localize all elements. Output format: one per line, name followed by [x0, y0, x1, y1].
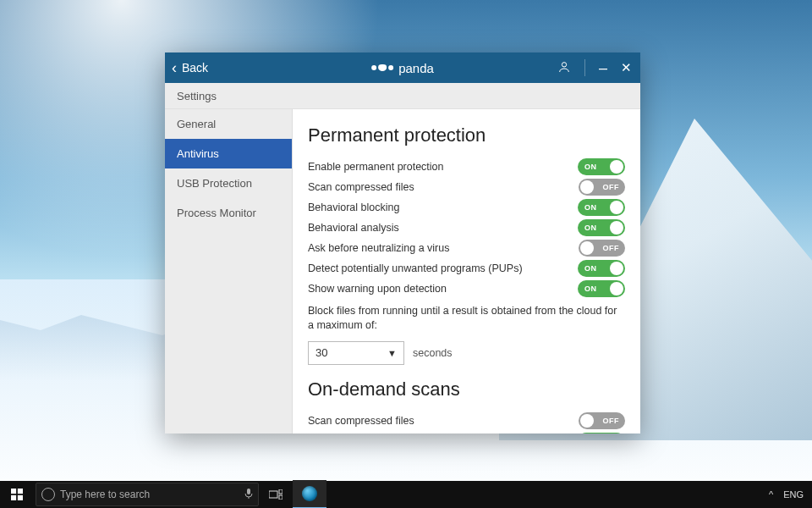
sidebar-item-label: Antivirus: [177, 147, 219, 160]
chevron-left-icon: ‹: [172, 60, 177, 75]
block-timeout-dropdown[interactable]: 30 ▼: [308, 341, 404, 365]
back-label: Back: [182, 61, 208, 75]
taskbar: Type here to search ^ ENG: [0, 481, 812, 508]
tray-chevron-up-icon[interactable]: ^: [769, 489, 773, 500]
sidebar-item-antivirus[interactable]: Antivirus: [165, 139, 292, 168]
row-behavioral-blocking: Behavioral blocking ON: [308, 197, 625, 218]
dropdown-unit: seconds: [413, 347, 453, 359]
row-od-detect-pups: Detect potentially unwanted programs (PU…: [308, 431, 625, 433]
toggle-od-detect-pups[interactable]: ON: [578, 433, 625, 433]
block-files-text: Block files from running until a result …: [308, 304, 625, 333]
dropdown-value: 30: [315, 346, 327, 359]
row-label: Scan compressed files: [308, 415, 414, 427]
section-title-permanent: Permanent protection: [308, 124, 625, 146]
row-label: Show warning upon detection: [308, 283, 447, 295]
sidebar: General Antivirus USB Protection Process…: [165, 109, 293, 433]
svg-point-0: [562, 62, 566, 66]
back-button[interactable]: ‹ Back: [172, 60, 208, 75]
block-timeout-row: 30 ▼ seconds: [308, 341, 625, 365]
panda-logo-icon: [371, 64, 393, 71]
breadcrumb: Settings: [165, 83, 640, 109]
search-placeholder: Type here to search: [60, 489, 150, 500]
row-label: Behavioral blocking: [308, 202, 399, 213]
sidebar-item-label: USB Protection: [177, 177, 252, 190]
svg-rect-2: [18, 489, 23, 494]
row-enable-permanent-protection: Enable permanent protection ON: [308, 157, 625, 177]
windows-icon: [11, 489, 23, 500]
sidebar-item-label: Process Monitor: [177, 207, 256, 219]
svg-rect-5: [247, 489, 250, 494]
svg-rect-8: [279, 489, 283, 494]
sidebar-item-general[interactable]: General: [165, 109, 292, 139]
system-tray: ^ ENG: [769, 489, 812, 500]
toggle-show-warning[interactable]: ON: [578, 280, 625, 297]
window-controls: – ✕: [557, 59, 632, 76]
toggle-enable-permanent-protection[interactable]: ON: [578, 158, 625, 175]
taskbar-panda-app[interactable]: [293, 480, 326, 508]
panda-settings-window: ‹ Back panda – ✕ Settings General Antivi…: [165, 52, 640, 433]
toggle-scan-compressed-files[interactable]: OFF: [579, 179, 625, 196]
toggle-od-scan-compressed[interactable]: OFF: [579, 412, 625, 429]
close-button[interactable]: ✕: [621, 60, 632, 75]
cortana-icon: [41, 488, 55, 501]
sidebar-item-process-monitor[interactable]: Process Monitor: [165, 198, 292, 228]
tray-language[interactable]: ENG: [783, 489, 804, 500]
sidebar-item-label: General: [177, 118, 216, 130]
toggle-ask-before-neutralizing[interactable]: OFF: [579, 240, 625, 257]
titlebar: ‹ Back panda – ✕: [165, 52, 640, 83]
row-detect-pups: Detect potentially unwanted programs (PU…: [308, 258, 625, 279]
toggle-behavioral-blocking[interactable]: ON: [578, 199, 625, 216]
row-label: Behavioral analysis: [308, 222, 399, 234]
minimize-button[interactable]: –: [599, 64, 607, 72]
content-pane: Permanent protection Enable permanent pr…: [293, 109, 640, 433]
row-ask-before-neutralizing: Ask before neutralizing a virus OFF: [308, 238, 625, 258]
task-view-button[interactable]: [259, 481, 293, 508]
row-label: Ask before neutralizing a virus: [308, 242, 449, 254]
toggle-behavioral-analysis[interactable]: ON: [578, 219, 625, 236]
row-label: Detect potentially unwanted programs (PU…: [308, 262, 523, 274]
row-label: Enable permanent protection: [308, 161, 444, 173]
row-scan-compressed-files: Scan compressed files OFF: [308, 177, 625, 197]
panda-taskbar-icon: [302, 486, 317, 501]
sidebar-item-usb-protection[interactable]: USB Protection: [165, 168, 292, 198]
svg-rect-7: [269, 491, 277, 498]
start-button[interactable]: [0, 481, 34, 508]
section-title-ondemand: On-demand scans: [308, 378, 625, 400]
brand: panda: [371, 61, 434, 75]
microphone-icon[interactable]: [244, 488, 253, 502]
task-view-icon: [269, 489, 283, 500]
row-od-scan-compressed: Scan compressed files OFF: [308, 411, 625, 431]
chevron-down-icon: ▼: [387, 348, 397, 358]
toggle-detect-pups[interactable]: ON: [578, 260, 625, 277]
svg-rect-4: [18, 495, 23, 500]
taskbar-search[interactable]: Type here to search: [36, 483, 259, 506]
separator: [584, 59, 585, 76]
user-icon[interactable]: [557, 60, 571, 76]
row-behavioral-analysis: Behavioral analysis ON: [308, 218, 625, 238]
breadcrumb-label: Settings: [177, 90, 217, 102]
svg-rect-9: [279, 495, 283, 500]
row-show-warning: Show warning upon detection ON: [308, 279, 625, 299]
svg-rect-1: [11, 489, 16, 494]
row-label: Scan compressed files: [308, 181, 414, 193]
brand-text: panda: [398, 61, 434, 75]
svg-rect-3: [11, 495, 16, 500]
